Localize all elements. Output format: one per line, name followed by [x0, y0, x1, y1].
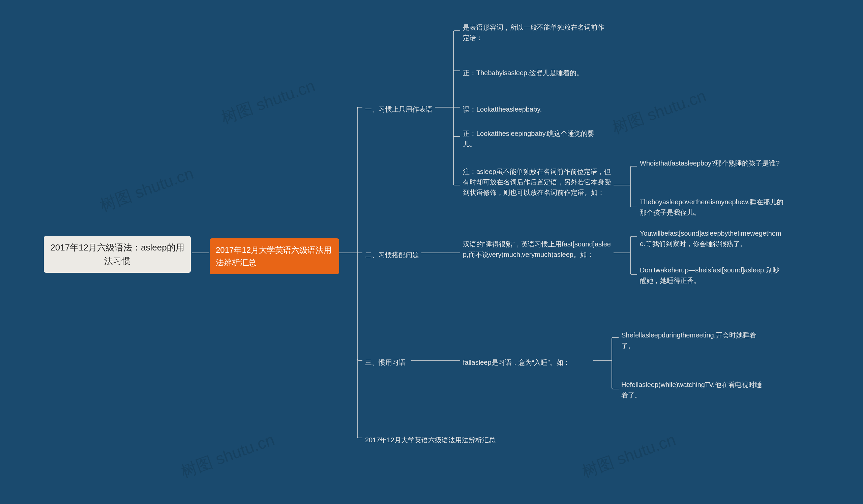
leaf-node[interactable]: 误：Lookattheasleepbaby.: [460, 103, 607, 116]
watermark: 树图 shutu.cn: [610, 85, 709, 139]
watermark: 树图 shutu.cn: [178, 429, 277, 483]
watermark: 树图 shutu.cn: [218, 75, 318, 129]
watermark: 树图 shutu.cn: [97, 163, 197, 216]
note-node[interactable]: 注：asleep虽不能单独放在名词前作前位定语，但有时却可放在名词后作后置定语，…: [460, 165, 617, 199]
section-summary-link[interactable]: 2017年12月大学英语六级语法用法辨析汇总: [362, 433, 523, 447]
note-node[interactable]: fallasleep是习语，意为“入睡”。如：: [460, 356, 600, 369]
leaf-node[interactable]: Youwillbefast[sound]asleepbythetimeweget…: [637, 227, 788, 251]
leaf-node[interactable]: Don’twakeherup—sheisfast[sound]asleep.别吵…: [637, 264, 788, 287]
leaf-node[interactable]: Shefellasleepduringthemeeting.开会时她睡着了。: [618, 329, 769, 352]
leaf-node[interactable]: 正：Lookatthesleepingbaby.瞧这个睡觉的婴儿。: [460, 127, 607, 151]
note-node[interactable]: 汉语的“睡得很熟”，英语习惯上用fast[sound]asleep,而不说ver…: [460, 238, 617, 261]
leaf-node[interactable]: Whoisthatfastasleepboy?那个熟睡的孩子是谁?: [637, 157, 788, 170]
leaf-node[interactable]: 是表语形容词，所以一般不能单独放在名词前作定语：: [460, 21, 607, 45]
mindmap-canvas: 树图 shutu.cn 树图 shutu.cn 树图 shutu.cn 树图 s…: [0, 0, 863, 504]
leaf-node[interactable]: Theboyasleepoverthereismynephew.睡在那儿的那个孩…: [637, 196, 788, 219]
section-heading-collocation[interactable]: 二、习惯搭配问题: [362, 249, 428, 262]
root-node[interactable]: 2017年12月六级语法：asleep的用法习惯: [44, 236, 191, 273]
leaf-node[interactable]: Hefellasleep(while)watchingTV.他在看电视时睡着了。: [618, 378, 769, 402]
leaf-node[interactable]: 正：Thebabyisasleep.这婴儿是睡着的。: [460, 66, 607, 79]
watermark: 树图 shutu.cn: [579, 429, 679, 483]
section-heading-predicative[interactable]: 一、习惯上只用作表语: [362, 103, 439, 116]
section-heading-idiom[interactable]: 三、惯用习语: [362, 356, 418, 369]
sub-root-node[interactable]: 2017年12月大学英语六级语法用法辨析汇总: [210, 238, 339, 274]
